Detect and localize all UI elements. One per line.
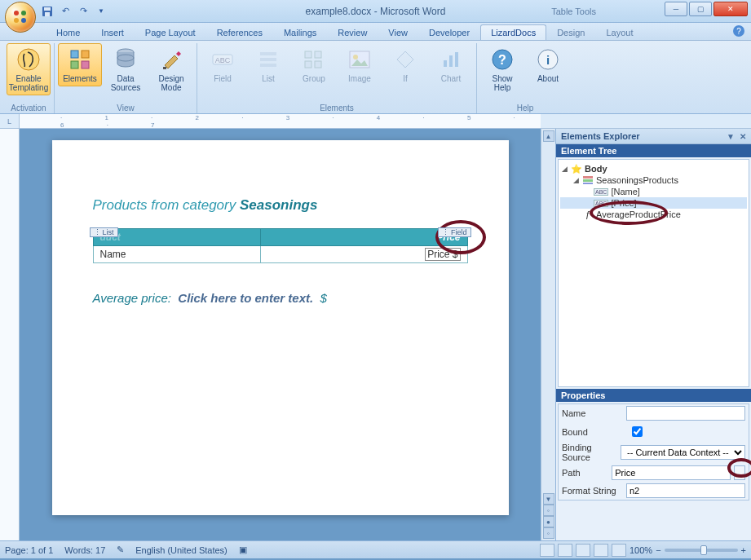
prop-path-input[interactable] xyxy=(612,465,731,480)
view-outline-button[interactable] xyxy=(594,544,608,557)
scroll-down-icon[interactable]: ▼ xyxy=(543,493,554,505)
list-smart-tag[interactable]: ⋮ List xyxy=(90,227,118,237)
view-print-layout-button[interactable] xyxy=(540,544,554,557)
design-mode-button[interactable]: Design Mode xyxy=(149,43,193,95)
data-sources-button[interactable]: Data Sources xyxy=(104,43,148,95)
show-help-button[interactable]: ? Show Help xyxy=(480,43,524,95)
svg-point-3 xyxy=(21,18,26,23)
status-words[interactable]: Words: 17 xyxy=(64,545,105,555)
svg-point-1 xyxy=(21,11,26,15)
if-icon xyxy=(392,46,418,73)
tab-lizarddocs[interactable]: LizardDocs xyxy=(480,24,546,40)
prop-binding-source-select[interactable]: -- Current Data Context -- xyxy=(621,445,745,460)
zoom-in-button[interactable]: + xyxy=(741,545,746,555)
tree-node-seasonings[interactable]: ◢ SeasoningsProducts xyxy=(560,174,747,186)
avg-placeholder[interactable]: Click here to enter text. xyxy=(178,291,313,305)
undo-icon[interactable]: ↶ xyxy=(59,5,72,18)
panel-dropdown-icon[interactable]: ▼ xyxy=(727,132,735,141)
horizontal-ruler-row: L · 1 · 2 · 3 · 4 · 5 · 6 · 7 xyxy=(0,114,751,129)
explorer-title-bar[interactable]: Elements Explorer ▼✕ xyxy=(556,129,751,144)
zoom-slider[interactable] xyxy=(665,549,738,552)
image-button: Image xyxy=(338,43,382,86)
svg-text:?: ? xyxy=(498,53,506,67)
tab-view[interactable]: View xyxy=(378,24,418,40)
vertical-ruler[interactable] xyxy=(0,129,20,540)
tab-design[interactable]: Design xyxy=(546,24,595,40)
prev-page-icon[interactable]: ◦ xyxy=(543,505,554,516)
view-web-layout-button[interactable] xyxy=(576,544,590,557)
view-full-screen-button[interactable] xyxy=(558,544,572,557)
field-button: ABC Field xyxy=(201,43,245,86)
horizontal-ruler[interactable]: · 1 · 2 · 3 · 4 · 5 · 6 · 7 xyxy=(20,114,541,128)
cell-price[interactable]: Price $ xyxy=(261,246,467,263)
elements-button[interactable]: Elements xyxy=(58,43,102,86)
tab-review[interactable]: Review xyxy=(327,24,378,40)
close-button[interactable]: ✕ xyxy=(713,2,748,16)
ribbon: Enable Templating Activation Elements Da… xyxy=(0,41,751,114)
ruler-corner: L xyxy=(0,114,20,128)
proofing-icon[interactable]: ✎ xyxy=(117,545,124,555)
star-icon: ⭐ xyxy=(571,164,582,174)
status-page[interactable]: Page: 1 of 1 xyxy=(5,545,53,555)
page-scroll[interactable]: Products from category Seasonings ⋮ List… xyxy=(20,129,541,540)
help-icon[interactable]: ? xyxy=(733,25,744,37)
prop-name-input[interactable] xyxy=(626,406,745,421)
tree-node-body[interactable]: ◢ ⭐ Body xyxy=(560,163,747,174)
group-icon xyxy=(301,46,327,73)
about-button[interactable]: i About xyxy=(526,43,570,86)
svg-rect-14 xyxy=(163,67,166,69)
cell-name[interactable]: Name xyxy=(93,246,261,263)
prop-binding-source-label: Binding Source xyxy=(562,443,617,462)
field-smart-tag[interactable]: ⋮ Field xyxy=(438,227,471,237)
next-page-icon[interactable]: ◦ xyxy=(543,527,554,539)
svg-rect-23 xyxy=(315,61,321,68)
function-node-icon: ƒ xyxy=(582,209,594,219)
enable-templating-button[interactable]: Enable Templating xyxy=(7,43,51,95)
svg-text:i: i xyxy=(546,53,550,67)
svg-rect-9 xyxy=(82,51,89,58)
table-row[interactable]: Name Price $ xyxy=(93,246,467,263)
prop-path-browse-button[interactable]: … xyxy=(734,465,745,480)
tab-references[interactable]: References xyxy=(206,24,273,40)
elements-icon xyxy=(67,46,93,73)
browse-object-icon[interactable]: ● xyxy=(543,516,554,527)
col-header-price: Price xyxy=(261,229,467,246)
svg-text:ABC: ABC xyxy=(215,56,231,64)
redo-icon[interactable]: ↷ xyxy=(77,5,90,18)
database-icon xyxy=(113,46,139,73)
view-draft-button[interactable] xyxy=(612,544,626,557)
tree-node-avg[interactable]: ƒ AverageProductPrice xyxy=(560,209,747,220)
minimize-button[interactable]: ─ xyxy=(665,2,687,16)
maximize-button[interactable]: ▢ xyxy=(689,2,712,16)
tab-insert[interactable]: Insert xyxy=(91,24,135,40)
zoom-level[interactable]: 100% xyxy=(630,545,652,555)
tab-developer[interactable]: Developer xyxy=(418,24,480,40)
tab-mailings[interactable]: Mailings xyxy=(273,24,327,40)
document-page[interactable]: Products from category Seasonings ⋮ List… xyxy=(52,140,509,515)
prop-path-label: Path xyxy=(562,468,608,478)
svg-rect-19 xyxy=(260,64,276,67)
tree-node-name[interactable]: ABC [Name] xyxy=(560,186,747,197)
office-button[interactable] xyxy=(5,2,36,33)
svg-rect-8 xyxy=(71,51,78,58)
scroll-up-icon[interactable]: ▲ xyxy=(543,130,554,142)
status-language[interactable]: English (United States) xyxy=(135,545,228,555)
macro-record-icon[interactable]: ▣ xyxy=(239,545,247,555)
zoom-out-button[interactable]: − xyxy=(656,545,660,555)
prop-bound-checkbox[interactable] xyxy=(632,426,643,437)
prop-format-input[interactable] xyxy=(626,483,745,498)
vertical-scrollbar[interactable]: ▲ ▼ ◦ ● ◦ xyxy=(541,129,555,540)
save-icon[interactable] xyxy=(41,5,54,18)
element-tree[interactable]: ◢ ⭐ Body ◢ SeasoningsProducts ABC [Name]… xyxy=(558,159,749,387)
zoom-control: 100% − + xyxy=(630,545,746,555)
tab-home[interactable]: Home xyxy=(46,24,91,40)
prop-format-label: Format String xyxy=(562,486,623,496)
qat-dropdown-icon[interactable]: ▼ xyxy=(95,5,108,18)
tab-page-layout[interactable]: Page Layout xyxy=(135,24,206,40)
svg-rect-22 xyxy=(305,61,311,68)
svg-rect-34 xyxy=(583,179,593,182)
tab-layout[interactable]: Layout xyxy=(595,24,643,40)
tree-node-price[interactable]: ABC [Price] xyxy=(560,197,747,209)
panel-close-icon[interactable]: ✕ xyxy=(740,132,746,141)
list-button: List xyxy=(246,43,290,86)
